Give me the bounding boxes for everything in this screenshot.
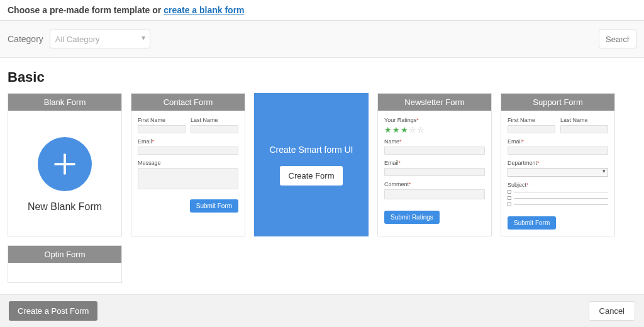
- card-contact-form[interactable]: Contact Form First Name Last Name Email*…: [131, 93, 245, 236]
- template-grid-row2: Optin Form: [0, 245, 644, 292]
- field-label: First Name: [508, 117, 555, 123]
- field-input: [138, 125, 186, 133]
- section-title: Basic: [0, 58, 644, 93]
- field-label: Department*: [508, 160, 608, 166]
- plus-icon: [38, 137, 92, 191]
- blank-form-label: New Blank Form: [28, 201, 102, 213]
- field-label: Name*: [384, 138, 485, 145]
- card-title: Support Form: [501, 94, 614, 111]
- field-label: Email*: [508, 138, 608, 145]
- filter-bar: Category All Category: [0, 21, 644, 58]
- card-title: Newsletter Form: [378, 94, 491, 111]
- field-label: Last Name: [560, 117, 608, 123]
- category-label: Category: [8, 34, 43, 44]
- field-input: [508, 147, 608, 155]
- field-input: [384, 189, 485, 199]
- search-input[interactable]: [599, 30, 636, 48]
- subject-option: [508, 190, 608, 194]
- card-smart-form[interactable]: Create Smart form UI Create Form: [254, 93, 369, 236]
- field-input: [508, 125, 555, 133]
- create-blank-link[interactable]: create a blank form: [164, 5, 244, 15]
- smart-form-text: Create Smart form UI: [269, 145, 353, 155]
- field-input: [560, 125, 608, 133]
- topbar: Choose a pre-made form template or creat…: [0, 0, 644, 21]
- field-select: [508, 168, 608, 177]
- card-title: Optin Form: [8, 246, 121, 263]
- template-grid: Blank Form New Blank Form Contact Form F…: [0, 93, 644, 245]
- submit-button: Submit Form: [190, 199, 238, 213]
- field-label: Last Name: [191, 117, 238, 123]
- field-label: Email*: [384, 160, 485, 166]
- field-label: Email*: [138, 138, 238, 145]
- field-label: Message: [138, 160, 238, 166]
- card-newsletter-form[interactable]: Newsletter Form Your Ratings* ★★★☆☆ Name…: [377, 93, 492, 236]
- star-rating: ★★★☆☆: [384, 125, 485, 135]
- field-input: [138, 168, 238, 189]
- field-label: Subject*: [508, 182, 608, 188]
- field-input: [384, 168, 485, 176]
- topbar-text: Choose a pre-made form template or: [8, 5, 164, 15]
- card-support-form[interactable]: Support Form First Name Last Name Email*…: [501, 93, 615, 236]
- field-input: [138, 147, 238, 155]
- submit-button: Submit Ratings: [384, 211, 440, 224]
- field-input: [191, 125, 238, 133]
- field-label: Your Ratings*: [384, 117, 485, 123]
- subject-option: [508, 202, 608, 206]
- card-title: Contact Form: [131, 94, 245, 111]
- submit-button: Submit Form: [508, 216, 556, 230]
- subject-option: [508, 196, 608, 200]
- card-title: Blank Form: [8, 94, 121, 111]
- create-form-button[interactable]: Create Form: [280, 166, 343, 186]
- category-select[interactable]: All Category: [50, 30, 150, 48]
- field-label: First Name: [138, 117, 186, 123]
- field-input: [384, 147, 485, 155]
- card-optin-form[interactable]: Optin Form: [8, 245, 122, 283]
- field-label: Comment*: [384, 181, 485, 187]
- card-blank-form[interactable]: Blank Form New Blank Form: [8, 93, 122, 236]
